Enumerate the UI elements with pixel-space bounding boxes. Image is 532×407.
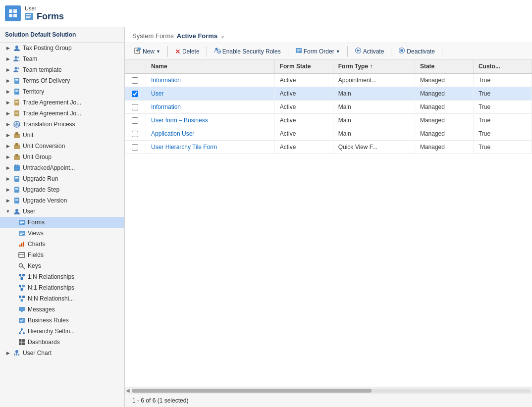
- deactivate-button[interactable]: Deactivate: [394, 45, 439, 57]
- row-name[interactable]: User Hierarchy Tile Form: [146, 141, 274, 154]
- scroll-left-arrow[interactable]: ◀: [126, 388, 132, 393]
- sidebar-item-nn-rel[interactable]: N:N Relationshi...: [0, 293, 124, 304]
- table-row[interactable]: InformationActiveAppointment...ManagedTr…: [125, 73, 532, 87]
- table-row[interactable]: InformationActiveMainManagedTrue: [125, 101, 532, 114]
- sidebar-item-user[interactable]: ▼ User: [0, 206, 124, 217]
- svg-rect-57: [23, 242, 25, 247]
- svg-rect-1: [13, 9, 17, 13]
- sidebar-item-views[interactable]: Views: [0, 228, 124, 239]
- spacer: [10, 241, 16, 247]
- svg-point-8: [15, 46, 18, 49]
- svg-rect-89: [14, 354, 15, 356]
- new-button[interactable]: New ▼: [130, 45, 165, 57]
- sidebar-item-1n-rel[interactable]: 1:N Relationships: [0, 271, 124, 282]
- scroll-thumb[interactable]: [132, 389, 372, 393]
- row-checkbox[interactable]: [132, 131, 138, 137]
- user-icon: [13, 207, 21, 215]
- col-header-form-state[interactable]: Form State: [274, 60, 333, 73]
- sidebar-item-unit-conversion[interactable]: ▶ Unit Conversion: [0, 141, 124, 152]
- row-checkbox[interactable]: [132, 144, 138, 151]
- sidebar-item-team-template[interactable]: ▶ Team template: [0, 64, 124, 75]
- sidebar-item-team[interactable]: ▶ Team: [0, 53, 124, 64]
- table-row[interactable]: User form – BusinessActiveMainManagedTru…: [125, 114, 532, 127]
- row-checkbox[interactable]: [132, 104, 138, 110]
- sidebar-item-messages[interactable]: Messages: [0, 304, 124, 315]
- sidebar-item-trade-1[interactable]: ▶ Trade Agreement Jo...: [0, 97, 124, 108]
- table-row[interactable]: User Hierarchy Tile FormActiveQuick View…: [125, 141, 532, 154]
- row-name-link[interactable]: Information: [151, 77, 181, 84]
- sidebar-item-unit-group[interactable]: ▶ Unit Group: [0, 152, 124, 162]
- row-checkbox[interactable]: [132, 77, 138, 84]
- enable-security-button[interactable]: Enable Security Roles: [210, 45, 285, 57]
- sidebar-item-forms[interactable]: Forms: [0, 217, 124, 228]
- svg-rect-53: [20, 233, 24, 234]
- sidebar-item-dashboards[interactable]: Dashboards: [0, 337, 124, 348]
- svg-point-81: [23, 332, 25, 334]
- form-order-button[interactable]: Form Order ▼: [291, 45, 345, 57]
- sidebar: Solution Default Solution ▶ Tax Posting …: [0, 27, 125, 407]
- sidebar-item-n1-rel[interactable]: N:1 Relationships: [0, 282, 124, 293]
- svg-rect-101: [297, 52, 299, 52]
- business-rules-icon: [18, 316, 26, 324]
- row-name-link[interactable]: User: [151, 90, 163, 97]
- sidebar-item-hierarchy[interactable]: Hierarchy Settin...: [0, 326, 124, 337]
- scroll-track[interactable]: [132, 389, 531, 393]
- row-form-type: Main: [333, 127, 415, 141]
- active-forms-dropdown[interactable]: ⌄: [220, 33, 225, 39]
- table-body: InformationActiveAppointment...ManagedTr…: [125, 73, 532, 154]
- sidebar-item-fields[interactable]: Fields: [0, 250, 124, 260]
- sidebar-label-keys: Keys: [28, 262, 121, 269]
- row-name-link[interactable]: User form – Business: [151, 117, 208, 124]
- row-checkbox-cell: [125, 73, 146, 87]
- horizontal-scrollbar[interactable]: ◀: [125, 387, 532, 394]
- sidebar-resize-handle[interactable]: [122, 27, 124, 407]
- col-header-name[interactable]: Name: [146, 60, 274, 73]
- row-name-link[interactable]: Information: [151, 103, 181, 110]
- row-name[interactable]: Application User: [146, 127, 274, 141]
- unit-conversion-icon: [13, 142, 21, 150]
- sidebar-item-keys[interactable]: Keys: [0, 260, 124, 271]
- delete-button[interactable]: ✕ Delete: [170, 46, 204, 57]
- col-header-form-type[interactable]: Form Type ↑: [333, 60, 415, 73]
- row-checkbox[interactable]: [132, 117, 138, 124]
- sidebar-item-upgrade-step[interactable]: ▶ Upgrade Step: [0, 184, 124, 195]
- table-row[interactable]: UserActiveMainManagedTrue: [125, 87, 532, 101]
- sidebar-item-tax-posting[interactable]: ▶ Tax Posting Group: [0, 43, 124, 53]
- row-form-type: Quick View F...: [333, 141, 415, 154]
- svg-rect-21: [15, 101, 18, 102]
- svg-line-72: [22, 287, 24, 288]
- sidebar-item-user-chart[interactable]: ▶ User Chart: [0, 348, 124, 358]
- row-name-link[interactable]: User Hierarchy Tile Form: [151, 144, 217, 151]
- trade-2-icon: [13, 109, 21, 117]
- sidebar-item-unit[interactable]: ▶ Unit: [0, 130, 124, 141]
- row-customizable: True: [473, 114, 532, 127]
- sidebar-label-unit-group: Unit Group: [23, 153, 121, 160]
- svg-rect-91: [18, 354, 19, 356]
- col-header-customizable[interactable]: Custo...: [473, 60, 532, 73]
- sidebar-item-terms-delivery[interactable]: ▶ Terms Of Delivery: [0, 75, 124, 86]
- svg-line-71: [20, 287, 22, 288]
- sidebar-item-charts[interactable]: Charts: [0, 239, 124, 250]
- row-checkbox[interactable]: [132, 91, 138, 97]
- sidebar-item-upgrade-run[interactable]: ▶ Upgrade Run: [0, 173, 124, 184]
- col-header-state[interactable]: State: [415, 60, 473, 73]
- sidebar-item-translation[interactable]: ▶ Translation Process: [0, 119, 124, 130]
- new-dropdown-arrow[interactable]: ▼: [156, 49, 160, 54]
- sidebar-item-untracked[interactable]: ▶ UntrackedAppoint...: [0, 162, 124, 173]
- sidebar-label-translation: Translation Process: [23, 121, 121, 128]
- row-name-link[interactable]: Application User: [151, 130, 194, 137]
- row-name[interactable]: User: [146, 87, 274, 101]
- sidebar-item-trade-2[interactable]: ▶ Trade Agreement Jo...: [0, 108, 124, 119]
- activate-button[interactable]: Activate: [350, 45, 389, 57]
- sidebar-label-unit: Unit: [23, 132, 121, 139]
- svg-rect-50: [20, 224, 22, 224]
- row-name[interactable]: User form – Business: [146, 114, 274, 127]
- form-order-label: Form Order: [304, 48, 334, 55]
- sidebar-item-upgrade-version[interactable]: ▶ Upgrade Version: [0, 195, 124, 206]
- row-name[interactable]: Information: [146, 73, 274, 87]
- sidebar-item-business-rules[interactable]: Business Rules: [0, 315, 124, 326]
- sidebar-item-territory[interactable]: ▶ Territory: [0, 86, 124, 97]
- deactivate-label: Deactivate: [407, 48, 435, 55]
- row-name[interactable]: Information: [146, 101, 274, 114]
- table-row[interactable]: Application UserActiveMainManagedTrue: [125, 127, 532, 141]
